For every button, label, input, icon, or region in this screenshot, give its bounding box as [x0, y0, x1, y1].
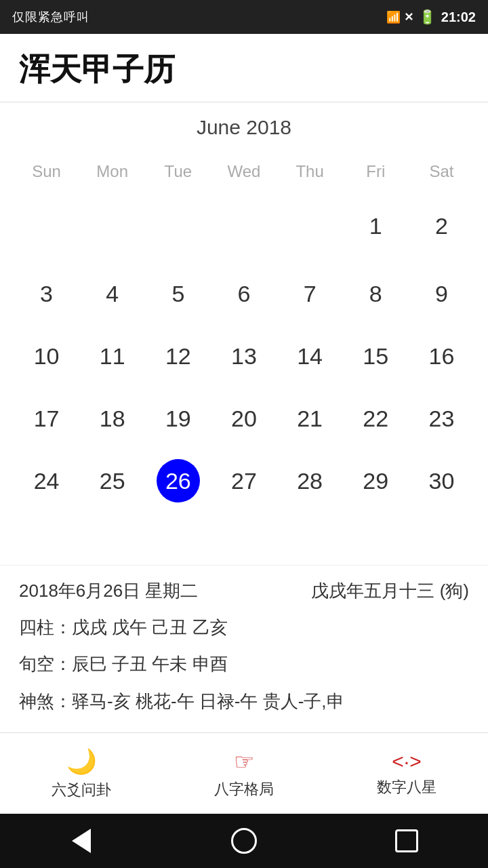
- calendar-cell-30[interactable]: 30: [409, 450, 474, 512]
- calendar-cell-8[interactable]: 8: [343, 262, 409, 325]
- calendar-cell-20[interactable]: 20: [211, 387, 277, 450]
- liuyao-icon: 🌙: [66, 747, 97, 776]
- calendar-month-title: June 2018: [14, 116, 474, 139]
- calendar-cell-9[interactable]: 9: [409, 262, 474, 325]
- calendar-cell-17[interactable]: 17: [14, 387, 79, 450]
- app-title: 浑天甲子历: [19, 49, 469, 91]
- day-header-fri: Fri: [343, 155, 409, 195]
- calendar-cell[interactable]: [79, 195, 145, 262]
- day-header-tue: Tue: [145, 155, 211, 195]
- calendar-cell-18[interactable]: 18: [79, 387, 145, 450]
- calendar-cell[interactable]: [277, 195, 343, 262]
- calendar-cell-15[interactable]: 15: [343, 325, 409, 387]
- calendar-cell-28[interactable]: 28: [277, 450, 343, 512]
- status-icons: 📶 ✕: [386, 10, 413, 24]
- status-text: 仅限紧急呼叫: [12, 9, 89, 25]
- day-header-wed: Wed: [211, 155, 277, 195]
- calendar-cell-7[interactable]: 7: [277, 262, 343, 325]
- calendar-cell-16[interactable]: 16: [409, 325, 474, 387]
- calendar-cell-12[interactable]: 12: [145, 325, 211, 387]
- calendar-grid: Sun Mon Tue Wed Thu Fri Sat 1 2 3 4 5 6 …: [14, 155, 474, 512]
- calendar-cell-13[interactable]: 13: [211, 325, 277, 387]
- system-nav: [0, 814, 488, 868]
- calendar-cell-25[interactable]: 25: [79, 450, 145, 512]
- info-section: 2018年6月26日 星期二 戊戌年五月十三 (狗) 四柱：戊戌 戊午 己丑 乙…: [0, 565, 488, 732]
- calendar-cell-21[interactable]: 21: [277, 387, 343, 450]
- bazi-icon: ☞: [234, 748, 254, 775]
- day-header-sun: Sun: [14, 155, 79, 195]
- calendar-cell-19[interactable]: 19: [145, 387, 211, 450]
- calendar-cell-22[interactable]: 22: [343, 387, 409, 450]
- calendar-cell[interactable]: [211, 195, 277, 262]
- bazi-label: 八字格局: [214, 779, 274, 800]
- back-button[interactable]: [68, 827, 95, 854]
- calendar-cell[interactable]: [14, 195, 79, 262]
- info-date-right: 戊戌年五月十三 (狗): [311, 579, 469, 603]
- nav-item-liuyao[interactable]: 🌙 六爻问卦: [52, 747, 111, 800]
- nav-item-bazi[interactable]: ☞ 八字格局: [214, 748, 274, 800]
- calendar-cell-5[interactable]: 5: [145, 262, 211, 325]
- calendar-cell-4[interactable]: 4: [79, 262, 145, 325]
- shuzi-label: 数字八星: [377, 777, 436, 797]
- clock: 21:02: [441, 9, 476, 25]
- status-right: 📶 ✕ 🔋 21:02: [386, 9, 476, 25]
- calendar-cell-24[interactable]: 24: [14, 450, 79, 512]
- calendar-container: June 2018 Sun Mon Tue Wed Thu Fri Sat 1 …: [0, 102, 488, 565]
- recents-button[interactable]: [393, 827, 420, 854]
- calendar-cell-27[interactable]: 27: [211, 450, 277, 512]
- info-row-date: 2018年6月26日 星期二 戊戌年五月十三 (狗): [19, 579, 469, 603]
- calendar-cell-26[interactable]: 26: [145, 450, 211, 512]
- info-date-left: 2018年6月26日 星期二: [19, 579, 198, 603]
- calendar-cell-1[interactable]: 1: [343, 195, 409, 262]
- info-row-sizhu: 四柱：戊戌 戊午 己丑 乙亥: [19, 615, 469, 639]
- day-header-sat: Sat: [409, 155, 474, 195]
- day-header-mon: Mon: [79, 155, 145, 195]
- calendar-cell-11[interactable]: 11: [79, 325, 145, 387]
- calendar-cell-10[interactable]: 10: [14, 325, 79, 387]
- nav-item-shuzi[interactable]: <·> 数字八星: [377, 750, 436, 797]
- shuzi-icon: <·>: [392, 750, 421, 773]
- info-row-shensha: 神煞：驿马-亥 桃花-午 日禄-午 贵人-子,申: [19, 689, 469, 713]
- calendar-cell-14[interactable]: 14: [277, 325, 343, 387]
- info-row-xunkong: 旬空：辰巳 子丑 午未 申酉: [19, 652, 469, 676]
- home-button[interactable]: [230, 827, 258, 854]
- calendar-cell-2[interactable]: 2: [409, 195, 474, 262]
- calendar-cell-3[interactable]: 3: [14, 262, 79, 325]
- calendar-cell-29[interactable]: 29: [343, 450, 409, 512]
- battery-icon: 🔋: [419, 9, 436, 25]
- day-header-thu: Thu: [277, 155, 343, 195]
- status-bar: 仅限紧急呼叫 📶 ✕ 🔋 21:02: [0, 0, 488, 34]
- liuyao-label: 六爻问卦: [52, 780, 111, 800]
- bottom-nav: 🌙 六爻问卦 ☞ 八字格局 <·> 数字八星: [0, 732, 488, 814]
- calendar-cell-6[interactable]: 6: [211, 262, 277, 325]
- app-header: 浑天甲子历: [0, 34, 488, 102]
- calendar-cell-23[interactable]: 23: [409, 387, 474, 450]
- calendar-cell[interactable]: [145, 195, 211, 262]
